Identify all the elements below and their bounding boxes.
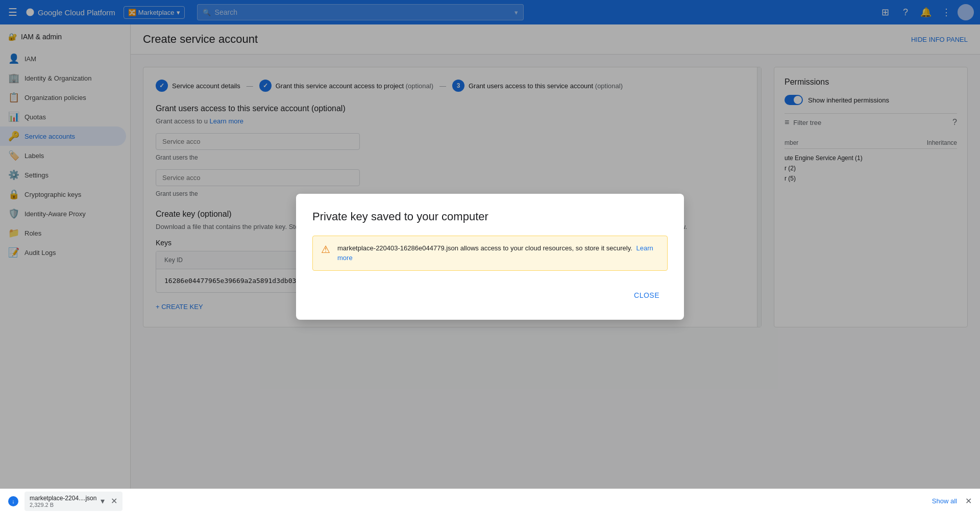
download-bar: ↓ marketplace-2204....json 2,329.2 B ▾ ✕… bbox=[0, 489, 980, 513]
download-item: marketplace-2204....json 2,329.2 B ▾ ✕ bbox=[24, 492, 122, 511]
download-file-size: 2,329.2 B bbox=[30, 502, 96, 508]
download-expand-icon[interactable]: ▾ bbox=[101, 496, 105, 506]
dialog-close-button[interactable]: CLOSE bbox=[626, 287, 668, 303]
warning-text: marketplace-220403-16286e044779.json all… bbox=[337, 243, 659, 263]
download-file-name: marketplace-2204....json bbox=[30, 495, 96, 502]
dialog-overlay[interactable]: Private key saved to your computer ⚠ mar… bbox=[0, 0, 980, 513]
download-bar-close-button[interactable]: ✕ bbox=[965, 496, 972, 506]
download-close-button[interactable]: ✕ bbox=[111, 496, 117, 506]
warning-icon: ⚠ bbox=[321, 243, 330, 255]
download-file-info: marketplace-2204....json 2,329.2 B bbox=[30, 495, 96, 508]
dialog-title: Private key saved to your computer bbox=[312, 210, 668, 223]
show-all-button[interactable]: Show all bbox=[932, 497, 957, 505]
download-file-icon: ↓ bbox=[8, 496, 18, 506]
private-key-dialog: Private key saved to your computer ⚠ mar… bbox=[296, 194, 684, 320]
dialog-warning: ⚠ marketplace-220403-16286e044779.json a… bbox=[312, 236, 668, 271]
dialog-actions: CLOSE bbox=[312, 287, 668, 303]
